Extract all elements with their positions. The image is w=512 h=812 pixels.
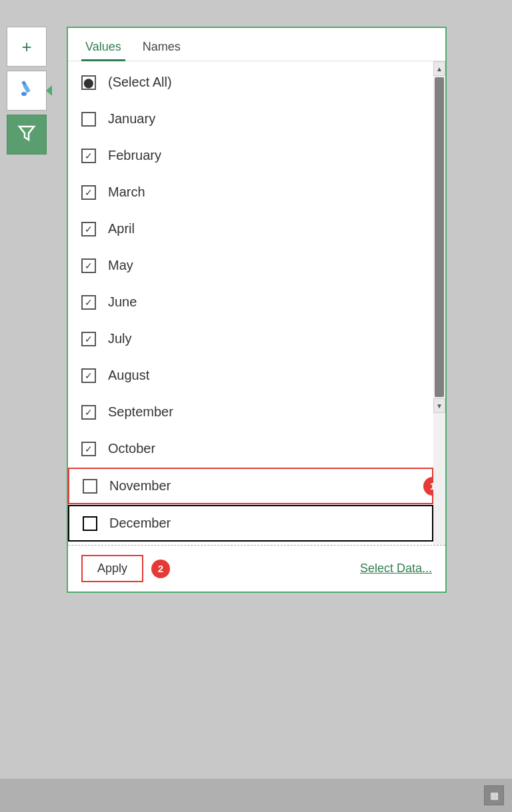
checkbox-february[interactable]: ✓ xyxy=(81,149,96,163)
item-label-march: March xyxy=(108,185,145,200)
checkbox-january[interactable] xyxy=(81,112,96,127)
item-label-january: January xyxy=(108,111,155,127)
list-item[interactable]: ⬤ (Select All) xyxy=(68,64,433,101)
check-mark: ✓ xyxy=(85,407,93,418)
tab-bar: Values Names xyxy=(68,28,445,61)
filter-panel: Values Names ⬤ (Select All) January xyxy=(67,27,447,593)
checkbox-august[interactable]: ✓ xyxy=(81,368,96,383)
filter-icon xyxy=(17,123,37,147)
panel-footer: Apply 2 Select Data... xyxy=(68,545,445,592)
list-item-december[interactable]: December xyxy=(68,505,433,542)
filter-arrow xyxy=(46,85,52,96)
radio-dot: ⬤ xyxy=(83,77,94,88)
bottom-icon[interactable]: ▦ xyxy=(484,785,504,805)
bottom-bar: ▦ xyxy=(0,779,512,812)
list-item[interactable]: ✓ October xyxy=(68,430,433,467)
checkbox-march[interactable]: ✓ xyxy=(81,185,96,200)
list-item[interactable]: ✓ August xyxy=(68,357,433,394)
checkbox-june[interactable]: ✓ xyxy=(81,295,96,310)
select-data-link[interactable]: Select Data... xyxy=(360,562,432,576)
list-item[interactable]: ✓ July xyxy=(68,320,433,357)
item-label-july: July xyxy=(108,331,132,346)
list-item[interactable]: ✓ March xyxy=(68,174,433,210)
svg-point-1 xyxy=(21,92,27,96)
tab-values[interactable]: Values xyxy=(81,35,125,61)
item-label-may: May xyxy=(108,258,133,273)
svg-marker-3 xyxy=(19,127,34,140)
apply-button[interactable]: Apply xyxy=(81,555,143,582)
item-label-february: February xyxy=(108,148,161,163)
checkbox-april[interactable]: ✓ xyxy=(81,222,96,236)
check-mark: ✓ xyxy=(85,151,93,161)
filter-button[interactable] xyxy=(7,115,47,155)
list-item[interactable]: ✓ February xyxy=(68,137,433,174)
checkbox-september[interactable]: ✓ xyxy=(81,405,96,420)
item-label-june: June xyxy=(108,294,137,310)
badge-1: 1 xyxy=(423,477,433,496)
check-mark: ✓ xyxy=(85,297,93,308)
check-mark: ✓ xyxy=(85,370,93,381)
add-button[interactable]: + xyxy=(7,27,47,67)
plus-icon: + xyxy=(21,37,31,57)
item-label-december: December xyxy=(109,516,171,531)
check-mark: ✓ xyxy=(85,224,93,234)
check-mark: ✓ xyxy=(85,444,93,454)
scroll-up-arrow[interactable]: ▲ xyxy=(433,61,445,76)
item-label-august: August xyxy=(108,368,149,383)
checkbox-may[interactable]: ✓ xyxy=(81,258,96,273)
check-mark: ✓ xyxy=(85,334,93,344)
scrollbar[interactable]: ▲ ▼ xyxy=(433,61,445,545)
item-label-october: October xyxy=(108,441,155,456)
checkbox-select-all[interactable]: ⬤ xyxy=(81,75,96,90)
list-item[interactable]: ✓ June xyxy=(68,284,433,320)
toolbar: + xyxy=(7,27,47,155)
list-item[interactable]: ✓ April xyxy=(68,210,433,247)
item-label-april: April xyxy=(108,221,135,236)
badge-2: 2 xyxy=(151,560,170,578)
scrollbar-thumb[interactable] xyxy=(435,77,444,397)
checkbox-july[interactable]: ✓ xyxy=(81,332,96,346)
list-item[interactable]: January xyxy=(68,101,433,137)
grid-icon: ▦ xyxy=(490,790,499,801)
checkbox-october[interactable]: ✓ xyxy=(81,442,96,456)
check-mark: ✓ xyxy=(85,260,93,271)
month-list: ⬤ (Select All) January ✓ February ✓ xyxy=(68,61,433,545)
list-container: ⬤ (Select All) January ✓ February ✓ xyxy=(68,61,445,545)
checkbox-december[interactable] xyxy=(83,516,97,531)
checkbox-november[interactable] xyxy=(83,479,97,494)
apply-wrapper: Apply 2 xyxy=(81,555,170,582)
check-mark: ✓ xyxy=(85,187,93,198)
list-item[interactable]: ✓ September xyxy=(68,394,433,430)
brush-icon xyxy=(17,79,36,102)
scroll-down-arrow[interactable]: ▼ xyxy=(433,398,445,413)
item-label-select-all: (Select All) xyxy=(108,75,172,90)
item-label-november: November xyxy=(109,478,171,494)
tab-names[interactable]: Names xyxy=(139,35,185,61)
list-item[interactable]: ✓ May xyxy=(68,247,433,284)
item-label-september: September xyxy=(108,404,173,420)
brush-button[interactable] xyxy=(7,71,47,111)
list-item-november[interactable]: November 1 xyxy=(68,468,433,504)
